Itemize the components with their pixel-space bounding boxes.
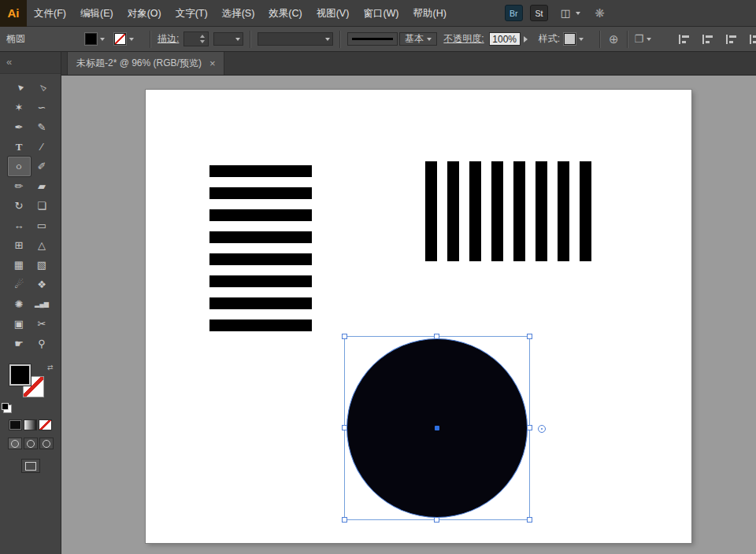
- chevron-down-icon: [325, 38, 330, 41]
- shape-builder-tool[interactable]: ⊞: [8, 235, 31, 255]
- rotate-handle[interactable]: [538, 425, 546, 433]
- gradient-tool[interactable]: ▧: [31, 255, 54, 275]
- horizontal-stripes-shape[interactable]: [209, 165, 312, 331]
- circle-icon: [11, 440, 19, 448]
- style-label: 样式:: [539, 32, 560, 46]
- menu-file[interactable]: 文件(F): [27, 0, 73, 27]
- document-tab-bar: 未标题-2* @ 96% (RGB/预览) ×: [61, 52, 756, 76]
- bridge-badge[interactable]: Br: [505, 5, 523, 21]
- selection-handle[interactable]: [342, 334, 347, 339]
- selection-handle[interactable]: [434, 334, 439, 339]
- type-tool[interactable]: T: [8, 137, 31, 157]
- mesh-tool[interactable]: ▦: [8, 255, 31, 275]
- stroke-weight-stepper[interactable]: [183, 31, 209, 46]
- free-transform-tool[interactable]: ▭: [31, 216, 54, 235]
- chevron-down-icon: [129, 38, 134, 41]
- default-fill-stroke-icon[interactable]: [3, 404, 12, 413]
- opacity-expand-icon[interactable]: [524, 36, 528, 42]
- menu-window[interactable]: 窗口(W): [356, 0, 406, 27]
- opacity-label[interactable]: 不透明度:: [443, 32, 484, 46]
- hand-tool[interactable]: ☛: [8, 334, 31, 353]
- stroke-weight-label[interactable]: 描边:: [158, 32, 179, 46]
- app-logo[interactable]: Ai: [0, 0, 27, 27]
- selection-handle[interactable]: [342, 425, 347, 430]
- menu-object[interactable]: 对象(O): [120, 0, 169, 27]
- draw-inside-button[interactable]: [39, 438, 54, 449]
- menu-help[interactable]: 帮助(H): [406, 0, 454, 27]
- menu-type[interactable]: 文字(T): [169, 0, 215, 27]
- style-swatch[interactable]: [564, 33, 576, 45]
- fill-swatch[interactable]: [85, 33, 97, 45]
- workspace-switcher[interactable]: ◫: [561, 7, 580, 19]
- opacity-input[interactable]: 100%: [489, 32, 521, 46]
- align-controls: [679, 35, 756, 44]
- align-center-icon[interactable]: [702, 35, 714, 44]
- perspective-grid-tool[interactable]: △: [31, 235, 54, 255]
- line-segment-tool[interactable]: ∕: [31, 137, 54, 157]
- column-graph-tool[interactable]: ▂▄▆: [31, 294, 54, 314]
- blend-tool[interactable]: ❖: [31, 275, 54, 294]
- collapse-panel-chevron[interactable]: «: [0, 52, 61, 74]
- document-tab[interactable]: 未标题-2* @ 96% (RGB/预览) ×: [67, 51, 224, 75]
- pen-tool[interactable]: ✒: [8, 117, 31, 137]
- brush-stroke-preview[interactable]: [347, 32, 398, 46]
- chevron-down-icon: [576, 12, 580, 15]
- menu-bar: Ai 文件(F) 编辑(E) 对象(O) 文字(T) 选择(S) 效果(C) 视…: [0, 0, 756, 27]
- ellipse-tool[interactable]: ○: [8, 157, 31, 176]
- fill-indicator-swatch[interactable]: [9, 364, 31, 386]
- draw-behind-button[interactable]: [24, 438, 38, 449]
- tab-close-icon[interactable]: ×: [209, 58, 216, 68]
- vertical-stripes-shape[interactable]: [425, 161, 591, 261]
- selection-handle[interactable]: [434, 517, 439, 523]
- none-mode-button[interactable]: [39, 419, 52, 430]
- menu-effect[interactable]: 效果(C): [261, 0, 309, 27]
- menu-view[interactable]: 视图(V): [309, 0, 357, 27]
- drawing-mode-buttons: [0, 438, 61, 449]
- swap-fill-stroke-icon[interactable]: ⇄: [47, 364, 54, 371]
- stroke-none-swatch[interactable]: [114, 33, 126, 45]
- workspace-icon: ◫: [561, 7, 570, 19]
- slice-tool[interactable]: ✂: [31, 314, 54, 334]
- stroke-color-control[interactable]: [114, 33, 134, 45]
- menu-select[interactable]: 选择(S): [215, 0, 262, 27]
- brush-definition-value: 基本: [405, 32, 424, 46]
- width-tool[interactable]: ↔: [8, 216, 31, 235]
- gradient-mode-button[interactable]: [24, 419, 37, 430]
- symbol-sprayer-tool[interactable]: ✺: [8, 294, 31, 314]
- artboard-tool[interactable]: ▣: [8, 314, 31, 334]
- align-top-icon[interactable]: [750, 35, 756, 44]
- eraser-tool[interactable]: ▰: [31, 176, 54, 196]
- align-left-icon[interactable]: [679, 35, 691, 44]
- brush-definition-dropdown[interactable]: 基本: [399, 32, 437, 46]
- selection-handle[interactable]: [527, 517, 532, 523]
- divider: [599, 31, 601, 48]
- menu-edit[interactable]: 编辑(E): [73, 0, 120, 27]
- creative-cloud-icon[interactable]: ❋: [595, 6, 605, 20]
- curvature-tool[interactable]: ✎: [31, 117, 54, 137]
- rotate-tool[interactable]: ↻: [8, 196, 31, 216]
- chevron-down-icon: [235, 38, 240, 41]
- screen-mode-button[interactable]: [21, 459, 40, 473]
- document-setup-icon[interactable]: ❐: [635, 33, 644, 45]
- graphic-style-control[interactable]: [564, 33, 584, 45]
- variable-width-profile-dropdown[interactable]: [258, 32, 333, 46]
- divider: [150, 31, 151, 48]
- pencil-tool[interactable]: ✏: [8, 176, 31, 196]
- paintbrush-tool[interactable]: ✐: [31, 157, 54, 176]
- selection-handle[interactable]: [342, 517, 347, 523]
- globe-icon[interactable]: ⊕: [609, 32, 619, 46]
- stroke-weight-dropdown[interactable]: [213, 32, 243, 46]
- draw-normal-button[interactable]: [8, 438, 22, 449]
- selection-handle[interactable]: [527, 425, 532, 430]
- align-right-icon[interactable]: [726, 35, 738, 44]
- stock-badge[interactable]: St: [530, 5, 548, 21]
- zoom-tool[interactable]: ⚲: [31, 334, 54, 353]
- color-mode-button[interactable]: [9, 419, 22, 430]
- fill-color-control[interactable]: [85, 33, 105, 45]
- tools-panel: « ► ▻ ✶ ∽ ✒ ✎ T ∕ ○ ✐ ✏ ▰ ↻ ❏ ↔ ▭ ⊞ △ ▦ …: [0, 52, 61, 554]
- selection-center-point[interactable]: [435, 426, 439, 430]
- scale-tool[interactable]: ❏: [31, 196, 54, 216]
- canvas-area[interactable]: [61, 76, 756, 554]
- eyedropper-tool[interactable]: ☄: [8, 275, 31, 294]
- selection-handle[interactable]: [527, 334, 532, 339]
